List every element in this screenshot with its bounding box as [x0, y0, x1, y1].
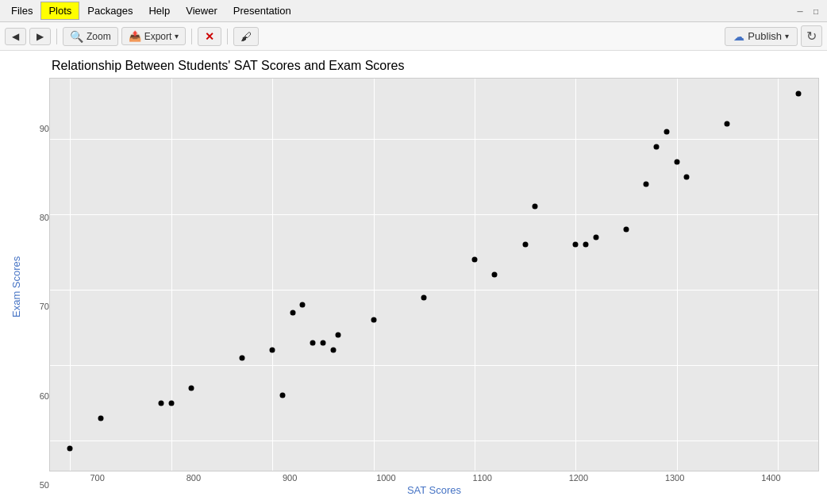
data-point [471, 257, 477, 263]
data-point [492, 272, 498, 278]
data-point [421, 294, 427, 300]
chart-title: Relationship Between Students' SAT Score… [52, 59, 819, 73]
x-tick: 900 [242, 473, 338, 483]
grid-line-vertical [475, 79, 475, 471]
grid-line-vertical [575, 79, 576, 471]
y-tick: 60 [25, 392, 49, 401]
data-point [725, 121, 730, 127]
grid-line-horizontal [50, 441, 818, 441]
grid-line-vertical [374, 79, 375, 471]
minimize-button[interactable]: ─ [792, 5, 808, 17]
data-point [654, 144, 660, 149]
x-tick: 1200 [530, 473, 626, 483]
y-tick: 90 [25, 125, 49, 133]
brush-button[interactable]: 🖌 [233, 27, 259, 46]
data-point [310, 340, 316, 345]
publish-label: Publish [748, 30, 782, 42]
chart-area[interactable] [49, 78, 819, 471]
data-point [320, 340, 325, 345]
y-tick: 50 [25, 481, 49, 490]
data-point [189, 385, 194, 391]
x-tick: 1400 [723, 473, 819, 483]
grid-line-vertical [70, 79, 71, 471]
window-chrome: ─ □ [792, 0, 827, 22]
y-axis-ticks: 9080706050 [25, 78, 49, 496]
data-point [684, 174, 690, 179]
brush-icon: 🖌 [240, 30, 252, 43]
separator-3 [227, 29, 228, 44]
data-point [270, 348, 275, 353]
data-point [583, 242, 589, 248]
grid-line-vertical [677, 79, 678, 471]
x-tick: 1000 [338, 473, 434, 483]
data-point [795, 91, 801, 97]
y-tick: 70 [25, 302, 49, 311]
publish-dropdown-icon: ▾ [785, 32, 789, 40]
zoom-label: Zoom [87, 31, 111, 42]
menu-presentation[interactable]: Presentation [225, 2, 299, 20]
plot-container: Relationship Between Students' SAT Score… [0, 51, 827, 504]
data-point [279, 393, 285, 398]
back-icon: ◀ [12, 31, 19, 42]
delete-button[interactable]: ✕ [198, 27, 221, 46]
grid-line-horizontal [50, 214, 818, 215]
export-icon: 📤 [129, 30, 141, 42]
grid-line-horizontal [50, 290, 818, 290]
data-point [624, 227, 629, 233]
export-dropdown-icon: ▾ [175, 32, 179, 40]
menu-packages[interactable]: Packages [79, 2, 140, 20]
plot-inner: Exam Scores 9080706050 70080090010001100… [8, 78, 819, 496]
x-axis-label: SAT Scores [49, 484, 819, 496]
grid-line-vertical [272, 79, 273, 471]
x-tick: 1100 [434, 473, 530, 483]
data-point [240, 355, 245, 360]
chart-area-wrap: 70080090010001100120013001400 SAT Scores [49, 78, 819, 496]
data-point [674, 159, 679, 164]
separator-1 [56, 29, 57, 44]
menu-files[interactable]: Files [3, 2, 40, 20]
x-tick: 700 [49, 473, 145, 483]
x-axis-ticks: 70080090010001100120013001400 [49, 471, 819, 483]
menu-help[interactable]: Help [140, 2, 178, 20]
grid-line-vertical [778, 79, 779, 471]
data-point [168, 400, 174, 406]
export-label: Export [144, 31, 172, 42]
separator-2 [191, 29, 192, 44]
data-point [573, 242, 579, 248]
y-tick: 80 [25, 214, 49, 222]
data-point [522, 242, 528, 248]
export-button[interactable]: 📤 Export ▾ [121, 27, 187, 45]
publish-cloud-icon: ☁ [733, 30, 744, 43]
menu-plots[interactable]: Plots [40, 2, 79, 20]
menu-viewer[interactable]: Viewer [178, 2, 225, 20]
refresh-button[interactable]: ↻ [801, 25, 822, 47]
data-point [67, 445, 73, 451]
data-point [290, 310, 295, 315]
grid-line-horizontal [50, 139, 818, 140]
x-tick: 1300 [627, 473, 723, 483]
data-point [593, 234, 598, 240]
forward-button[interactable]: ▶ [29, 28, 51, 45]
toolbar: ◀ ▶ 🔍 Zoom 📤 Export ▾ ✕ 🖌 ☁ Publish ▾ [0, 22, 827, 51]
data-point [336, 332, 341, 337]
back-button[interactable]: ◀ [5, 28, 26, 45]
publish-button[interactable]: ☁ Publish ▾ [725, 27, 798, 46]
data-point [300, 302, 306, 308]
forward-icon: ▶ [37, 31, 44, 42]
refresh-icon: ↻ [806, 29, 817, 44]
zoom-button[interactable]: 🔍 Zoom [63, 27, 118, 46]
maximize-button[interactable]: □ [808, 5, 824, 17]
data-point [98, 415, 103, 421]
data-point [644, 182, 649, 187]
zoom-icon: 🔍 [70, 30, 83, 43]
delete-icon: ✕ [205, 30, 214, 43]
grid-line-vertical [171, 79, 172, 471]
grid-line-horizontal [50, 365, 818, 366]
data-point [159, 400, 164, 406]
data-point [533, 204, 538, 210]
x-tick: 800 [145, 473, 241, 483]
y-axis-label: Exam Scores [8, 78, 24, 496]
data-point [330, 348, 336, 353]
menu-bar: Files Plots Packages Help Viewer Present… [0, 0, 827, 22]
data-point [371, 317, 376, 323]
